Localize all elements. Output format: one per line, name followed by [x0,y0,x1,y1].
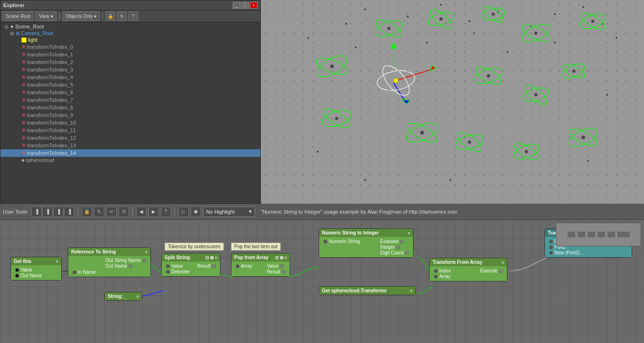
copy-icon[interactable]: ⊡ [205,255,209,260]
svg-point-66 [554,42,556,44]
tree-item-transform7[interactable]: ✳ transformToIndex_7 [0,96,260,104]
tree-item-transform2[interactable]: ✳ transformToIndex_2 [0,58,260,66]
svg-point-1 [364,9,366,10]
svg-point-45 [572,70,575,72]
viewport-3d[interactable] [261,0,644,204]
asterisk-icon: ✳ [21,150,26,156]
svg-point-40 [522,85,551,104]
back-tool-btn[interactable]: ◀ [136,207,147,217]
help-icon[interactable]: ? [129,11,138,21]
svg-point-20 [520,22,552,45]
port-array-in2: Array [432,274,451,279]
node-transform-from-array[interactable]: Transform From Array ≡ Index Array [429,258,507,281]
minimap-btn-5[interactable] [607,231,616,238]
node-menu-icon[interactable]: ≡ [215,255,217,260]
svg-point-39 [487,74,490,77]
redo-tool-btn[interactable]: ↺ [119,207,129,217]
minimize-button[interactable]: _ [233,2,240,9]
asterisk-icon: ✳ [21,44,26,50]
tool-btn-4[interactable]: ▐ [64,207,74,217]
copy-icon[interactable]: ⊡ [275,255,279,260]
minimap-btn-6[interactable] [617,231,630,238]
lock-icon[interactable]: 🔒 [106,11,115,21]
tree-item-transform11[interactable]: ✳ transformToIndex_11 [0,126,260,134]
expander-icon[interactable]: ⊟ [4,24,10,29]
tool-btn-3[interactable]: ▐ [53,207,64,217]
minimap-btn-1[interactable] [567,231,576,238]
node-string-underscore[interactable]: String: _ ≡ [104,292,142,301]
tree-item-transform6[interactable]: ✳ transformToIndex_6 [0,89,260,96]
svg-point-5 [497,11,499,13]
node-menu-icon[interactable]: ≡ [145,250,147,254]
tool-btn-2[interactable]: ▐ [42,207,53,217]
maximize-button[interactable]: □ [241,2,249,9]
paste-icon[interactable]: ⊞ [210,255,214,260]
tree-item-label: light [28,37,37,43]
tree-item-camera-root[interactable]: ⊞ ⊞ Camera_Root [0,30,260,36]
svg-point-26 [314,55,350,78]
minimap-btn-3[interactable] [587,231,596,238]
objects-only-button[interactable]: Objects Only ▾ [63,11,100,21]
node-header-ref-to-str: Reference To String ≡ [68,248,150,256]
tool-btn-1[interactable]: ▐ [31,207,42,217]
tree-item-scene-root[interactable]: ⊟ ✦ Scene_Root [0,23,260,30]
svg-point-37 [473,65,504,87]
asterisk-icon: ✳ [21,104,26,111]
node-numeric-string-to-integer[interactable]: Numeric String to Integer ≡ Numeric Stri… [319,228,414,258]
expander-icon[interactable]: ⊞ [10,31,16,36]
node-menu-icon[interactable]: ≡ [502,260,504,265]
user-tools-bar: User Tools ▐ ▐ ▐ ▐ 🔒 ↻ ↩ ↺ ◀ ▶ ? ▷ ⏺ No … [0,204,644,220]
node-menu-icon[interactable]: ≡ [285,255,287,260]
node-body-pop-from-array: Array Value Result [231,262,290,276]
refresh-tool-btn[interactable]: ↻ [94,207,104,217]
node-reference-to-string[interactable]: Reference To String ≡ Out String Name Ou… [68,247,151,277]
tree-item-transform1[interactable]: ✳ transformToIndex_1 [0,51,260,58]
tree-item-transform8[interactable]: ✳ transformToIndex_8 [0,104,260,111]
node-split-string[interactable]: Split String ⊡ ⊞ ≡ Value [161,253,221,277]
svg-point-42 [534,93,537,96]
view-button[interactable]: View ▾ [36,11,56,21]
tree-item-spherecloud[interactable]: ◆ spherecloud [0,157,260,163]
node-menu-icon[interactable]: ≡ [56,259,58,264]
svg-point-53 [455,129,485,155]
tree-item-transform9[interactable]: ✳ transformToIndex_9 [0,111,260,119]
node-menu-icon[interactable]: ≡ [408,231,410,235]
lock-tool-btn[interactable]: 🔒 [82,207,92,217]
tree-item-transform0[interactable]: ✳ transformToIndex_0 [0,43,260,51]
port-delimiter-in: Delimiter [165,269,190,274]
tree-item-transform10[interactable]: ✳ transformToIndex_10 [0,119,260,126]
scene-root-button[interactable]: Scene Root [2,11,34,21]
undo-tool-btn[interactable]: ↩ [106,207,117,217]
node-graph[interactable]: Get this ≡ Value Out Name Reference To S… [0,220,644,343]
minimap-btn-4[interactable] [597,231,606,238]
camera-icon: ⊞ [16,31,19,36]
paste-icon[interactable]: ⊞ [280,255,284,260]
tree-item-transform13[interactable]: ✳ transformToIndex_13 [0,142,260,149]
svg-point-41 [522,82,549,108]
tree-item-transform3[interactable]: ✳ transformToIndex_3 [0,66,260,73]
tree-item-label: transformToIndex_10 [27,120,76,126]
asterisk-icon: ✳ [21,66,26,73]
tree-item-transform4[interactable]: ✳ transformToIndex_4 [0,73,260,81]
asterisk-icon: ✳ [21,119,26,126]
help-tool-btn[interactable]: ? [161,207,171,217]
node-menu-icon[interactable]: ≡ [410,289,413,293]
tree-item-transform5[interactable]: ✳ transformToIndex_5 [0,81,260,89]
play-tool-btn[interactable]: ▷ [178,207,189,217]
highlight-dropdown[interactable]: No Highlight ▾ [203,207,255,217]
refresh-icon[interactable]: ↻ [117,11,127,21]
node-get-this[interactable]: Get this ≡ Value Out Name [10,257,62,280]
node-get-spherecloud[interactable]: Get spherecloud.Transforms ≡ [319,286,416,295]
tree-item-light[interactable]: light [0,36,260,43]
tree-item-label: Camera_Root [21,30,53,36]
node-menu-icon[interactable]: ≡ [137,294,139,299]
tree-item-transform14[interactable]: ✳ transformToIndex_14 [0,149,260,157]
tree-item-transform12[interactable]: ✳ transformToIndex_12 [0,134,260,142]
node-pop-from-array[interactable]: Pop from Array ⊡ ⊞ ≡ Array [231,253,290,277]
close-button[interactable]: × [250,2,258,9]
rec-tool-btn[interactable]: ⏺ [191,207,201,217]
svg-point-64 [473,32,475,34]
tree-item-label: transformToIndex_5 [27,82,73,88]
forward-tool-btn[interactable]: ▶ [148,207,159,217]
minimap-btn-2[interactable] [577,231,586,238]
